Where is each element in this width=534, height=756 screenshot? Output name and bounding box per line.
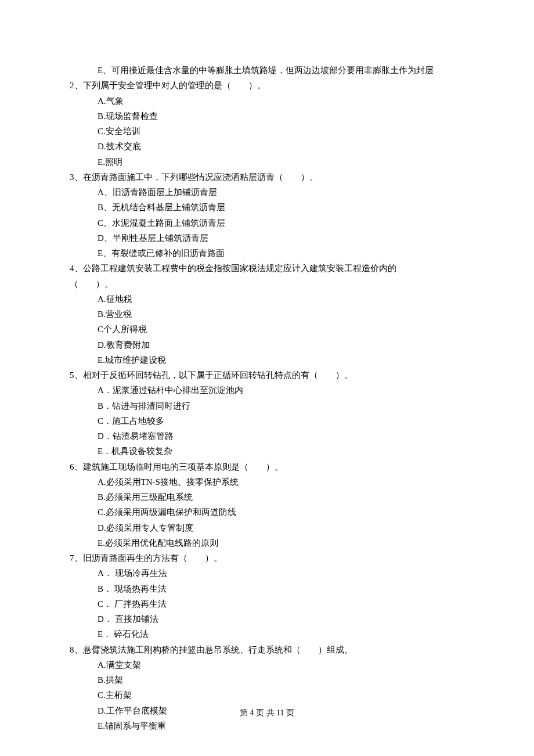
q2-option-c: C.安全培训: [70, 124, 464, 139]
q7-option-e: E． 碎石化法: [70, 627, 464, 642]
q2-option-a: A.气象: [70, 93, 464, 109]
q6-option-c: C.必须采用两级漏电保护和两道防线: [70, 505, 464, 520]
q7-option-c: C． 厂拌热再生法: [70, 596, 464, 611]
q5-option-b: B．钻进与排渣同时进行: [70, 398, 464, 413]
q7-option-d: D． 直接加铺法: [70, 611, 464, 627]
q8-option-a: A.满堂支架: [70, 657, 464, 672]
q7-option-b: B． 现场热再生法: [70, 581, 464, 596]
q3-option-d: D、半刚性基层上铺筑沥青层: [70, 231, 464, 246]
q5-option-a: A．泥浆通过钻杆中心排出至沉淀池内: [70, 383, 464, 398]
q2-stem: 2、下列属于安全管理中对人的管理的是（ ）。: [70, 78, 464, 93]
q1-option-e: E、可用接近最佳含水量的中等膨胀土填筑路堤，但两边边坡部分要用非膨胀土作为封层: [70, 63, 464, 78]
q5-option-e: E．机具设备较复杂: [70, 444, 464, 459]
q3-stem: 3、在沥青路面施工中，下列哪些情况应浇洒粘层沥青（ ）。: [70, 170, 464, 185]
q2-option-d: D.技术交底: [70, 139, 464, 154]
q3-option-c: C、水泥混凝土路面上铺筑沥青层: [70, 215, 464, 231]
q4-stem-line1: 4、公路工程建筑安装工程费中的税金指按国家税法规定应计入建筑安装工程造价内的: [70, 261, 464, 276]
q6-option-a: A.必须采用TN-S接地、接零保护系统: [70, 474, 464, 489]
q4-option-e: E.城市维护建设税: [70, 352, 464, 368]
page-footer: 第 4 页 共 11 页: [0, 706, 534, 721]
q7-stem: 7、旧沥青路面再生的方法有（ ）。: [70, 550, 464, 566]
q8-option-c: C.主桁架: [70, 687, 464, 703]
q4-option-b: B.营业税: [70, 307, 464, 322]
q4-option-c: C个人所得税: [70, 322, 464, 337]
q4-stem-line2: （ ）。: [70, 276, 464, 291]
q7-option-a: A． 现场冷再生法: [70, 566, 464, 581]
q3-option-b: B、无机结合料基层上铺筑沥青层: [70, 200, 464, 215]
q8-option-e: E.锚固系与平衡重: [70, 718, 464, 733]
q6-option-b: B.必须采用三级配电系统: [70, 489, 464, 505]
q4-option-a: A.征地税: [70, 291, 464, 307]
q6-option-d: D.必须采用专人专管制度: [70, 520, 464, 535]
q5-option-d: D．钻渣易堵塞管路: [70, 429, 464, 444]
q6-option-e: E.必须采用优化配电线路的原则: [70, 535, 464, 550]
q5-stem: 5、相对于反循环回转钻孔，以下属于正循环回转钻孔特点的有（ ）。: [70, 368, 464, 383]
q2-option-b: B.现场监督检查: [70, 109, 464, 124]
q8-stem: 8、悬臂浇筑法施工刚构桥的挂篮由悬吊系统、行走系统和（ ）组成。: [70, 642, 464, 657]
exam-content: E、可用接近最佳含水量的中等膨胀土填筑路堤，但两边边坡部分要用非膨胀土作为封层 …: [70, 63, 464, 733]
q2-option-e: E.照明: [70, 154, 464, 170]
q3-option-e: E、有裂缝或已修补的旧沥青路面: [70, 246, 464, 261]
q3-option-a: A、旧沥青路面层上加铺沥青层: [70, 185, 464, 200]
q5-option-c: C．施工占地较多: [70, 413, 464, 429]
q8-option-b: B.拱架: [70, 672, 464, 687]
q6-stem: 6、建筑施工现场临时用电的三项基本原则是（ ）。: [70, 459, 464, 474]
q4-option-d: D.教育费附加: [70, 337, 464, 352]
